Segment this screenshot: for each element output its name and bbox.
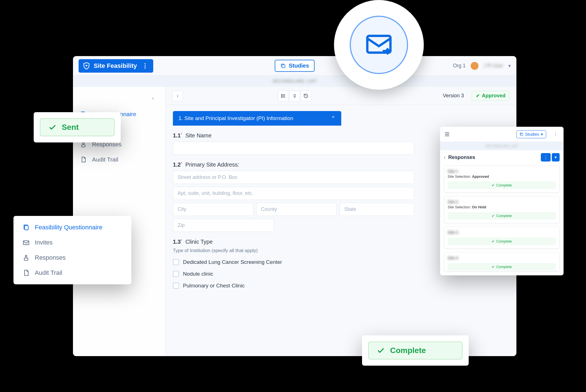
q-label: Clinic Type [185, 239, 212, 245]
checkbox-row[interactable]: Pulmonary or Chest Clinic [173, 280, 509, 292]
topbar: Site Feasibility ⋮ Studies Org 1 J R Use… [73, 56, 516, 76]
mini-band: SECONDLUNG_LIST [440, 142, 564, 150]
studies-icon [280, 63, 286, 69]
list-icon [281, 93, 286, 98]
app-title-button[interactable]: Site Feasibility ⋮ [79, 59, 153, 73]
response-card[interactable]: Site 4 Complete [444, 252, 560, 271]
check-icon [377, 346, 385, 355]
svg-rect-4 [82, 145, 85, 147]
svg-point-13 [25, 255, 27, 257]
sidebar-item-label: Responses [35, 254, 66, 261]
sidebar-item-label: Feasibility Questionnaire [35, 224, 102, 231]
mini-dropdown-button[interactable]: ▾ [552, 153, 560, 162]
sidebar-item-label: Audit Trail [35, 269, 62, 276]
sent-label: Sent [62, 123, 79, 132]
collapse-icon [292, 93, 297, 98]
street-input[interactable] [173, 171, 414, 184]
mini-studies-button[interactable]: Studies ▾ [516, 130, 546, 138]
sidebar-collapse-button[interactable]: ‹ [148, 93, 158, 103]
approved-badge: Approved [472, 91, 510, 101]
response-status: Complete [448, 181, 556, 189]
history-button[interactable] [301, 91, 311, 101]
avatar[interactable] [471, 62, 479, 70]
q-label: Primary Site Address: [185, 162, 239, 168]
response-card[interactable]: Site 2 Site Selection: On Hold Complete [444, 196, 560, 223]
response-status: Complete [448, 237, 556, 245]
shield-heart-icon [83, 62, 90, 70]
sidebar-item-label: Invites [35, 239, 53, 246]
mini-topbar: Studies ▾ ⋮ [440, 127, 564, 142]
checkbox[interactable] [173, 283, 179, 289]
county-input[interactable] [256, 203, 337, 216]
topbar-right: Org 1 J R User ▾ [453, 62, 511, 70]
svg-point-9 [281, 95, 282, 96]
kebab-icon[interactable]: ⋮ [552, 132, 560, 137]
responses-panel: Studies ▾ ⋮ SECONDLUNG_LIST ‹ Responses … [440, 127, 564, 275]
svg-rect-12 [23, 241, 29, 245]
sidebar-item-responses[interactable]: Responses [16, 250, 129, 265]
approved-label: Approved [482, 93, 505, 99]
sidebar-popup: Feasibility Questionnaire Invites Respon… [13, 216, 131, 284]
studies-icon [519, 132, 523, 136]
svg-rect-14 [24, 258, 28, 260]
check-label: Pulmonary or Chest Clinic [183, 283, 245, 289]
mail-forward-icon [350, 16, 408, 74]
studies-button[interactable]: Studies [275, 60, 315, 72]
page-icon [80, 156, 87, 163]
sidebar-item-invites[interactable]: Invites [16, 235, 129, 250]
hamburger-icon[interactable] [444, 131, 450, 137]
state-input[interactable] [340, 203, 414, 216]
back-button[interactable]: ‹ [444, 155, 445, 160]
response-name: Site 3 [448, 230, 556, 235]
responses-title: Responses [448, 155, 475, 160]
site-name-input[interactable] [173, 142, 414, 155]
chevron-down-icon[interactable]: ▾ [508, 63, 511, 69]
list-view-button[interactable] [278, 91, 289, 101]
sidebar-item-label: Audit Trail [92, 156, 118, 163]
response-card[interactable]: Site 1 Site Selection: Approved Complete [444, 165, 560, 193]
app-title-text: Site Feasibility [94, 62, 137, 70]
sent-card: Sent [34, 112, 121, 142]
city-input[interactable] [173, 203, 253, 216]
response-name: Site 4 [448, 256, 556, 260]
check-label: Nodule clinic [183, 271, 213, 277]
sent-pill: Sent [40, 118, 115, 136]
zip-input[interactable] [173, 219, 274, 232]
response-card[interactable]: Site 3 Complete [444, 227, 560, 249]
response-status: Complete [448, 212, 556, 220]
section-title: 1. Site and Principal Investigator (PI) … [178, 115, 293, 121]
page-icon [22, 269, 30, 276]
kebab-icon[interactable]: ⋮ [142, 62, 148, 70]
mini-header: ‹ Responses ⋮ ▾ [440, 150, 564, 164]
response-name: Site 2 [448, 200, 556, 204]
apt-input[interactable] [173, 187, 414, 200]
people-icon [22, 254, 30, 261]
mini-actions-button[interactable]: ⋮ [541, 153, 551, 162]
response-list: Site 1 Site Selection: Approved Complete… [440, 164, 564, 275]
mail-icon [22, 239, 30, 246]
checkbox[interactable] [173, 259, 179, 265]
q-label: Site Name [185, 132, 211, 139]
collapse-button[interactable] [289, 91, 300, 101]
version-text: Version 3 [443, 93, 464, 99]
svg-rect-18 [521, 133, 523, 136]
sidebar-item-audit[interactable]: Audit Trail [73, 152, 165, 167]
user-name[interactable]: J R User [484, 63, 503, 69]
toolbar: ‹ Version 3 Approved [166, 87, 516, 105]
response-status: Complete [448, 263, 556, 271]
section-header[interactable]: 1. Site and Principal Investigator (PI) … [173, 111, 341, 126]
org-label[interactable]: Org 1 [453, 63, 466, 69]
sidebar-item-questionnaire[interactable]: Feasibility Questionnaire [16, 220, 129, 235]
svg-rect-0 [282, 64, 285, 68]
complete-label: Complete [390, 346, 426, 355]
response-selection: Site Selection: On Hold [448, 205, 556, 209]
chevron-down-icon: ▾ [541, 132, 543, 137]
q-num: 1.3 [173, 239, 181, 245]
checkbox[interactable] [173, 271, 179, 277]
mini-studies-label: Studies [525, 132, 539, 137]
history-icon [303, 93, 308, 98]
response-name: Site 1 [448, 169, 556, 174]
back-button[interactable]: ‹ [172, 91, 183, 101]
sidebar-item-audit[interactable]: Audit Trail [16, 265, 129, 280]
breadcrumb-band: SECONDLUNG_LIST [73, 76, 516, 87]
